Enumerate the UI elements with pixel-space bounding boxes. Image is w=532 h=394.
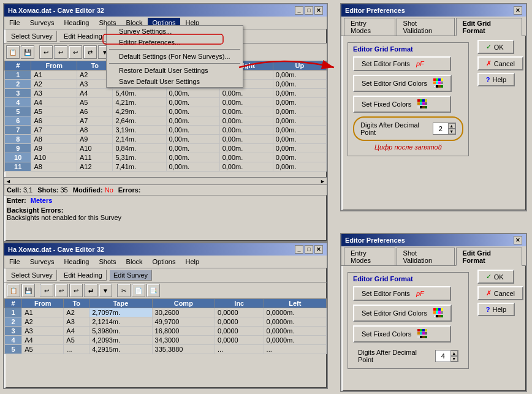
set-grid-colors-button[interactable]: Set Editor Grid Colors xyxy=(353,75,452,92)
bottom-tb7[interactable]: ▼ xyxy=(99,284,112,297)
scroll-right-btn[interactable]: ► xyxy=(320,178,325,184)
bottom-set-grid-colors-button[interactable]: Set Editor Grid Colors xyxy=(353,305,452,322)
dropdown-restore-defaults[interactable]: Restore Default User Settings xyxy=(107,65,243,76)
bottom-tb9[interactable]: 📄 xyxy=(132,284,145,297)
bottom-submenu-edit-survey[interactable]: Edit Survey xyxy=(109,270,152,281)
enter-bar: Enter: Meters xyxy=(4,195,327,205)
menu-heading[interactable]: Heading xyxy=(59,18,94,28)
bottom-menu-help[interactable]: Help xyxy=(180,257,204,267)
menu-surveys[interactable]: Surveys xyxy=(25,18,59,28)
ok-button[interactable]: ✓ OK xyxy=(477,40,514,54)
table-row[interactable]: 5 A5A64,29m. 0,00m.0,00m.0,00m. xyxy=(5,107,327,116)
bottom-tb3[interactable]: ↩ xyxy=(40,284,53,297)
bottom-menu-block[interactable]: Block xyxy=(121,257,148,267)
maximize-button[interactable]: □ xyxy=(305,6,313,15)
digits-input[interactable] xyxy=(433,125,448,132)
cancel-button[interactable]: ✗ Cancel xyxy=(477,56,523,70)
table-row[interactable]: 2 A2A3 2,1214m. 49,97000,00000,0000m. xyxy=(5,317,327,327)
bottom-toolbar: 📋 💾 ↩ ↩ ↩ ⇄ ▼ ✂ 📄 📑 xyxy=(4,282,327,298)
set-fonts-button[interactable]: Set Editor Fonts pF xyxy=(353,56,451,71)
dropdown-editor-prefs[interactable]: Editor Preferences... xyxy=(107,37,243,48)
bottom-submenu-select-survey[interactable]: Select Survey xyxy=(7,270,57,281)
bottom-maximize[interactable]: □ xyxy=(305,245,313,254)
table-row[interactable]: 11 A8A127,41m. 0,00m.0,00m.0,00m. xyxy=(5,162,327,172)
set-fixed-colors-label: Set Fixed Colors xyxy=(362,100,411,108)
bottom-tab-shot-validation[interactable]: Shot Validation xyxy=(397,248,455,265)
table-row[interactable]: 6 A6A72,64m. 0,00m.0,00m.0,00m. xyxy=(5,116,327,126)
bottom-spinner-down[interactable]: ▼ xyxy=(450,356,458,362)
close-button[interactable]: ✕ xyxy=(314,6,323,15)
bottom-ok-button[interactable]: ✓ OK xyxy=(477,270,514,284)
table-row[interactable]: 1 A1A2 2,7097m. 30,26000,00000,0000m. xyxy=(5,308,327,317)
bottom-pref-dialog: Editor Preferences ✕ Entry Modes Shot Va… xyxy=(340,233,527,392)
spinner-down[interactable]: ▼ xyxy=(448,129,455,134)
dropdown-survey-settings[interactable]: Survey Settings... xyxy=(107,26,243,37)
bottom-tab-entry-modes[interactable]: Entry Modes xyxy=(344,248,395,265)
tab-entry-modes[interactable]: Entry Modes xyxy=(344,18,395,36)
submenu-select-survey[interactable]: Select Survey xyxy=(7,31,57,42)
bottom-col-tape: Tape xyxy=(89,299,152,308)
table-row[interactable]: 3 A3A45,40m. 0,00m.0,00m.0,00m. xyxy=(5,89,327,98)
bottom-set-fixed-colors-button[interactable]: Set Fixed Colors xyxy=(353,325,451,343)
set-fixed-colors-button[interactable]: Set Fixed Colors xyxy=(353,96,451,113)
bottom-tb1[interactable]: 📋 xyxy=(7,284,20,297)
table-row[interactable]: 4 A4A54,21m. 0,00m.0,00m.0,00m. xyxy=(5,98,327,107)
bottom-menu-options[interactable]: Options xyxy=(148,257,181,267)
ok-icon: ✓ xyxy=(486,43,492,51)
bottom-set-fixed-colors-label: Set Fixed Colors xyxy=(362,330,411,338)
bottom-tb4[interactable]: ↩ xyxy=(55,284,68,297)
tab-shot-validation[interactable]: Shot Validation xyxy=(397,18,455,36)
bottom-menu-surveys[interactable]: Surveys xyxy=(25,257,59,267)
help-button[interactable]: ? Help xyxy=(477,73,515,86)
digits-spinner[interactable]: ▲ ▼ xyxy=(433,123,456,135)
scroll-left-btn[interactable]: ◄ xyxy=(6,178,11,184)
cell-label: Cell: 3,1 xyxy=(7,186,32,194)
bottom-tb8[interactable]: ✂ xyxy=(117,284,131,297)
bottom-spinner-buttons: ▲ ▼ xyxy=(450,350,458,362)
toolbar-btn-3[interactable]: ↩ xyxy=(39,45,53,59)
bottom-help-button[interactable]: ? Help xyxy=(477,303,515,316)
table-row[interactable]: 10 A10A115,31m. 0,00m.0,00m.0,00m. xyxy=(5,153,327,162)
bottom-col-inc: Inc xyxy=(215,299,264,308)
bottom-tb10[interactable]: 📑 xyxy=(146,284,160,297)
bottom-tb6[interactable]: ⇄ xyxy=(84,284,97,297)
bottom-spinner-up[interactable]: ▲ xyxy=(450,350,458,356)
bottom-digits-spinner[interactable]: ▲ ▼ xyxy=(435,350,458,362)
bottom-close[interactable]: ✕ xyxy=(314,245,323,254)
bottom-submenu-edit-heading[interactable]: Edit Heading xyxy=(59,270,107,281)
bottom-grid-scroll[interactable]: # From To Tape Comp Inc Left 1 A1A2 2,70… xyxy=(4,298,327,387)
table-row[interactable]: 9 A9A100,84m. 0,00m.0,00m.0,00m. xyxy=(5,144,327,153)
bottom-set-fonts-button[interactable]: Set Editor Fonts pF xyxy=(353,286,451,301)
toolbar-btn-5[interactable]: ↩ xyxy=(69,45,82,59)
bottom-ok-label: OK xyxy=(494,273,504,281)
spinner-up[interactable]: ▲ xyxy=(448,123,455,129)
table-row[interactable]: 3 A3A4 5,3980m. 16,80000,00000,0000m. xyxy=(5,327,327,336)
table-row[interactable]: 8 A8A92,14m. 0,00m.0,00m.0,00m. xyxy=(5,135,327,144)
bottom-ok-icon: ✓ xyxy=(486,273,492,281)
toolbar-btn-6[interactable]: ⇄ xyxy=(83,45,97,59)
toolbar-btn-2[interactable]: 💾 xyxy=(21,45,34,59)
tab-edit-grid-format[interactable]: Edit Grid Format xyxy=(456,18,523,36)
bottom-tab-edit-grid-format[interactable]: Edit Grid Format xyxy=(456,248,523,266)
table-row[interactable]: 4 A4A5 4,2093m. 34,30000,00000,0000m. xyxy=(5,336,327,345)
dropdown-save-defaults[interactable]: Save Default User Settings xyxy=(107,76,243,87)
toolbar-btn-1[interactable]: 📋 xyxy=(6,45,20,59)
bottom-menu-shots[interactable]: Shots xyxy=(94,257,121,267)
bottom-digits-input[interactable] xyxy=(436,352,450,360)
minimize-button[interactable]: _ xyxy=(295,6,303,15)
bottom-tb2[interactable]: 💾 xyxy=(21,284,35,297)
bottom-menu-heading[interactable]: Heading xyxy=(59,257,94,267)
bottom-tb5[interactable]: ↩ xyxy=(69,284,83,297)
menu-file[interactable]: File xyxy=(4,18,25,28)
bottom-cancel-button[interactable]: ✗ Cancel xyxy=(477,286,523,300)
toolbar-btn-4[interactable]: ↩ xyxy=(54,45,67,59)
table-row[interactable]: 5 A5... 4,2915m. 335,3880...... xyxy=(5,345,327,354)
submenu-edit-heading[interactable]: Edit Heading xyxy=(59,31,107,42)
horizontal-scrollbar[interactable]: ◄ ► xyxy=(4,177,327,184)
bottom-pref-close[interactable]: ✕ xyxy=(514,236,522,244)
bottom-minimize[interactable]: _ xyxy=(295,245,303,254)
top-pref-close[interactable]: ✕ xyxy=(514,6,522,15)
dropdown-default-settings[interactable]: Default Settings (For New Surveys)... xyxy=(107,51,243,62)
bottom-menu-file[interactable]: File xyxy=(4,257,25,267)
table-row[interactable]: 7 A7A83,19m. 0,00m.0,00m.0,00m. xyxy=(5,126,327,135)
